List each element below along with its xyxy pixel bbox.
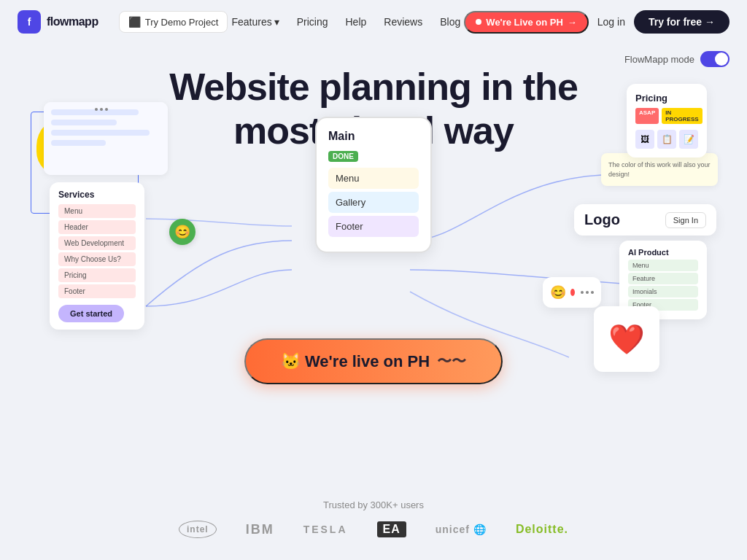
nav-features[interactable]: Features ▾: [231, 16, 279, 28]
wave-icon: 〜〜: [437, 351, 466, 371]
services-title: Services: [58, 190, 136, 200]
ibm-logo: IBM: [246, 522, 274, 537]
arrow-right-icon: →: [568, 17, 577, 28]
mind-map-item-menu[interactable]: Menu: [328, 168, 419, 189]
logo-text: flowmapp: [47, 15, 98, 28]
nav-blog[interactable]: Blog: [440, 16, 460, 28]
three-dots-menu: [95, 108, 108, 111]
pricing-icons: 🖼 📋 📝: [635, 130, 698, 149]
services-item-menu: Menu: [58, 204, 136, 218]
chevron-down-icon: ▾: [274, 16, 279, 28]
tesla-logo: TESLA: [303, 524, 348, 535]
logo-word: Logo: [584, 211, 620, 228]
nav-pricing[interactable]: Pricing: [297, 16, 328, 28]
services-item-pricing: Pricing: [58, 268, 136, 282]
emoji-small-card: 😊: [543, 277, 601, 308]
cta-label: 🐱 We're live on PH: [281, 352, 430, 371]
red-dot: [570, 289, 575, 296]
dot: [100, 108, 103, 111]
toggle-switch[interactable]: [700, 51, 729, 67]
services-item-footer: Footer: [58, 284, 136, 298]
navbar: f flowmapp ⬛ Try Demo Project Features ▾…: [0, 0, 747, 44]
demo-button[interactable]: ⬛ Try Demo Project: [119, 11, 228, 33]
nav-help[interactable]: Help: [346, 16, 367, 28]
dot: [95, 108, 98, 111]
demo-icon: ⬛: [128, 16, 141, 28]
cta-button[interactable]: 🐱 We're live on PH 〜〜: [244, 338, 503, 384]
flowmapp-mode-label: FlowMapp mode: [624, 54, 694, 65]
pricing-card: Pricing ASAP IN PROGRESS 🖼 📋 📝: [627, 84, 707, 158]
get-started-button[interactable]: Get started: [58, 305, 124, 322]
ai-item-feature: Feature: [628, 273, 698, 284]
emoji-float: 😊: [169, 219, 196, 245]
mind-map-center-card: Main DONE Menu Gallery Footer: [315, 117, 432, 253]
services-card: Services Menu Header Web Development Why…: [50, 182, 144, 330]
sign-in-button[interactable]: Sign In: [665, 212, 706, 228]
pricing-icon-2: 📋: [657, 130, 676, 149]
mind-map-item-gallery[interactable]: Gallery: [328, 192, 419, 213]
pricing-icon-3: 📝: [679, 130, 698, 149]
trusted-section: Trusted by 300K+ users intel IBM TESLA E…: [0, 499, 747, 538]
deloitte-logo: Deloitte.: [516, 523, 568, 536]
smile-icon: 😊: [550, 284, 566, 300]
live-on-ph-button[interactable]: We're Live on PH →: [464, 11, 588, 34]
ai-item-imonials: Imonials: [628, 286, 698, 298]
asap-badge: ASAP: [635, 108, 659, 124]
pricing-icon-1: 🖼: [635, 130, 654, 149]
services-item-webdev: Web Development: [58, 236, 136, 250]
live-dot: [476, 19, 481, 25]
pricing-badges: ASAP IN PROGRESS: [635, 108, 698, 124]
nav-reviews[interactable]: Reviews: [384, 16, 422, 28]
three-dots-card: [581, 291, 594, 294]
ai-title: AI Product: [628, 248, 698, 257]
dot: [105, 108, 108, 111]
logo[interactable]: f flowmapp: [18, 10, 98, 34]
unicef-logo: unicef 🌐: [436, 524, 487, 535]
mind-map-item-footer[interactable]: Footer: [328, 216, 419, 237]
logo-icon: f: [18, 10, 41, 34]
dot: [591, 291, 594, 294]
pricing-card-title: Pricing: [635, 93, 698, 104]
mind-map-title: Main: [328, 130, 419, 143]
dot: [586, 291, 589, 294]
cta-area: 🐱 We're live on PH 〜〜: [0, 338, 747, 384]
demo-label: Try Demo Project: [145, 17, 219, 28]
try-free-button[interactable]: Try for free →: [634, 10, 729, 34]
intel-logo: intel: [179, 521, 217, 538]
services-item-header: Header: [58, 220, 136, 234]
brand-logos: intel IBM TESLA EA unicef 🌐 Deloitte.: [0, 521, 747, 538]
nav-left: f flowmapp ⬛ Try Demo Project: [18, 10, 228, 34]
services-item-whychoose: Why Choose Us?: [58, 252, 136, 266]
flowmapp-mode-toggle[interactable]: FlowMapp mode: [624, 51, 729, 67]
nav-right: We're Live on PH → Log in Try for free →: [464, 10, 729, 34]
logo-signin-card: Logo Sign In: [574, 204, 716, 236]
live-label: We're Live on PH: [486, 17, 562, 28]
ea-logo: EA: [377, 521, 406, 537]
login-button[interactable]: Log in: [597, 16, 625, 28]
ai-item-menu: Menu: [628, 260, 698, 271]
toggle-knob: [715, 52, 728, 66]
dot: [581, 291, 584, 294]
done-badge: DONE: [328, 151, 358, 162]
trusted-text: Trusted by 300K+ users: [0, 499, 747, 510]
nav-links: Features ▾ Pricing Help Reviews Blog: [231, 16, 460, 28]
in-progress-badge: IN PROGRESS: [662, 108, 702, 124]
